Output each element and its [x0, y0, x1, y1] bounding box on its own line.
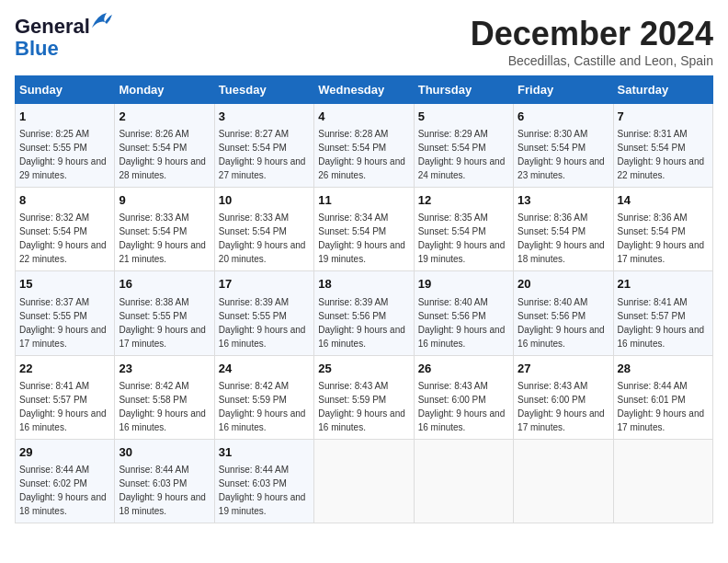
- day-number: 11: [318, 192, 409, 209]
- calendar-week-2: 8Sunrise: 8:32 AMSunset: 5:54 PMDaylight…: [16, 188, 713, 271]
- sunset-text: Sunset: 5:54 PM: [618, 143, 686, 153]
- daylight-text: Daylight: 9 hours and 24 minutes.: [418, 156, 506, 180]
- day-number: 8: [19, 192, 110, 209]
- day-number: 22: [19, 361, 110, 377]
- calendar-cell: [414, 439, 513, 523]
- day-number: 19: [418, 276, 509, 293]
- daylight-text: Daylight: 9 hours and 17 minutes.: [618, 408, 705, 432]
- day-number: 6: [518, 109, 609, 125]
- sunset-text: Sunset: 6:00 PM: [518, 395, 586, 405]
- daylight-text: Daylight: 9 hours and 16 minutes.: [318, 325, 405, 349]
- day-number: 24: [219, 361, 310, 377]
- daylight-text: Daylight: 9 hours and 16 minutes.: [119, 408, 206, 432]
- sunrise-text: Sunrise: 8:34 AM: [318, 213, 388, 223]
- daylight-text: Daylight: 9 hours and 22 minutes.: [19, 240, 107, 264]
- calendar-cell: 21Sunrise: 8:41 AMSunset: 5:57 PMDayligh…: [613, 271, 712, 355]
- calendar-cell: 15Sunrise: 8:37 AMSunset: 5:55 PMDayligh…: [16, 271, 115, 355]
- daylight-text: Daylight: 9 hours and 17 minutes.: [119, 325, 206, 349]
- daylight-text: Daylight: 9 hours and 19 minutes.: [418, 240, 506, 264]
- sunrise-text: Sunrise: 8:43 AM: [518, 381, 587, 391]
- day-number: 15: [19, 276, 110, 293]
- daylight-text: Daylight: 9 hours and 20 minutes.: [219, 240, 306, 264]
- sunrise-text: Sunrise: 8:39 AM: [318, 297, 388, 307]
- logo-bird-icon: [88, 11, 114, 31]
- sunrise-text: Sunrise: 8:38 AM: [119, 297, 188, 307]
- calendar-week-1: 1Sunrise: 8:25 AMSunset: 5:55 PMDaylight…: [16, 104, 713, 188]
- calendar-cell: 11Sunrise: 8:34 AMSunset: 5:54 PMDayligh…: [314, 188, 414, 271]
- calendar-cell: 3Sunrise: 8:27 AMSunset: 5:54 PMDaylight…: [214, 104, 313, 188]
- daylight-text: Daylight: 9 hours and 18 minutes.: [518, 240, 605, 264]
- sunset-text: Sunset: 5:54 PM: [518, 226, 586, 236]
- calendar-cell: 12Sunrise: 8:35 AMSunset: 5:54 PMDayligh…: [414, 188, 513, 271]
- sunset-text: Sunset: 5:54 PM: [418, 143, 486, 153]
- daylight-text: Daylight: 9 hours and 18 minutes.: [19, 492, 107, 516]
- day-number: 9: [119, 192, 210, 209]
- calendar-week-3: 15Sunrise: 8:37 AMSunset: 5:55 PMDayligh…: [16, 271, 713, 355]
- sunset-text: Sunset: 6:02 PM: [19, 478, 87, 488]
- day-number: 13: [518, 192, 609, 209]
- daylight-text: Daylight: 9 hours and 17 minutes.: [618, 240, 705, 264]
- calendar-cell: 23Sunrise: 8:42 AMSunset: 5:58 PMDayligh…: [115, 355, 214, 439]
- calendar-cell: 4Sunrise: 8:28 AMSunset: 5:54 PMDaylight…: [314, 104, 414, 188]
- title-block: December 2024 Becedillas, Castille and L…: [471, 15, 713, 68]
- daylight-text: Daylight: 9 hours and 17 minutes.: [518, 408, 605, 432]
- day-number: 30: [119, 444, 210, 461]
- daylight-text: Daylight: 9 hours and 19 minutes.: [219, 492, 306, 516]
- calendar-cell: 29Sunrise: 8:44 AMSunset: 6:02 PMDayligh…: [16, 439, 115, 523]
- sunrise-text: Sunrise: 8:32 AM: [19, 213, 89, 223]
- sunset-text: Sunset: 5:55 PM: [219, 311, 287, 321]
- day-number: 10: [219, 192, 310, 209]
- daylight-text: Daylight: 9 hours and 16 minutes.: [219, 325, 306, 349]
- sunset-text: Sunset: 5:56 PM: [518, 311, 586, 321]
- sunset-text: Sunset: 5:55 PM: [119, 311, 187, 321]
- daylight-text: Daylight: 9 hours and 21 minutes.: [119, 240, 206, 264]
- sunset-text: Sunset: 5:57 PM: [19, 395, 87, 405]
- sunrise-text: Sunrise: 8:37 AM: [19, 297, 89, 307]
- calendar-cell: 18Sunrise: 8:39 AMSunset: 5:56 PMDayligh…: [314, 271, 414, 355]
- sunrise-text: Sunrise: 8:36 AM: [618, 213, 688, 223]
- daylight-text: Daylight: 9 hours and 23 minutes.: [518, 156, 605, 180]
- daylight-text: Daylight: 9 hours and 28 minutes.: [119, 156, 206, 180]
- calendar-cell: 28Sunrise: 8:44 AMSunset: 6:01 PMDayligh…: [613, 355, 712, 439]
- sunset-text: Sunset: 5:54 PM: [318, 226, 386, 236]
- day-number: 21: [618, 276, 709, 293]
- sunrise-text: Sunrise: 8:26 AM: [119, 129, 188, 139]
- daylight-text: Daylight: 9 hours and 16 minutes.: [219, 408, 306, 432]
- sunrise-text: Sunrise: 8:41 AM: [19, 381, 89, 391]
- sunrise-text: Sunrise: 8:42 AM: [219, 381, 289, 391]
- sunset-text: Sunset: 5:54 PM: [318, 143, 386, 153]
- sunrise-text: Sunrise: 8:40 AM: [418, 297, 488, 307]
- sunset-text: Sunset: 6:03 PM: [219, 478, 287, 488]
- sunrise-text: Sunrise: 8:44 AM: [119, 465, 188, 475]
- calendar-cell: 31Sunrise: 8:44 AMSunset: 6:03 PMDayligh…: [214, 439, 313, 523]
- sunrise-text: Sunrise: 8:30 AM: [518, 129, 587, 139]
- calendar-cell: 20Sunrise: 8:40 AMSunset: 5:56 PMDayligh…: [514, 271, 613, 355]
- header-saturday: Saturday: [613, 76, 712, 104]
- day-number: 1: [19, 109, 110, 125]
- month-title: December 2024: [471, 15, 713, 53]
- daylight-text: Daylight: 9 hours and 16 minutes.: [418, 408, 506, 432]
- sunset-text: Sunset: 5:54 PM: [518, 143, 586, 153]
- calendar-cell: 30Sunrise: 8:44 AMSunset: 6:03 PMDayligh…: [115, 439, 214, 523]
- daylight-text: Daylight: 9 hours and 16 minutes.: [618, 325, 705, 349]
- sunset-text: Sunset: 5:54 PM: [219, 143, 287, 153]
- day-number: 3: [219, 109, 310, 125]
- day-number: 25: [318, 361, 409, 377]
- sunset-text: Sunset: 6:03 PM: [119, 478, 187, 488]
- day-number: 27: [518, 361, 609, 377]
- sunset-text: Sunset: 5:54 PM: [19, 226, 87, 236]
- sunrise-text: Sunrise: 8:44 AM: [219, 465, 289, 475]
- calendar-cell: 25Sunrise: 8:43 AMSunset: 5:59 PMDayligh…: [314, 355, 414, 439]
- sunset-text: Sunset: 5:54 PM: [119, 226, 187, 236]
- calendar-cell: 16Sunrise: 8:38 AMSunset: 5:55 PMDayligh…: [115, 271, 214, 355]
- daylight-text: Daylight: 9 hours and 16 minutes.: [518, 325, 605, 349]
- sunset-text: Sunset: 5:59 PM: [318, 395, 386, 405]
- sunrise-text: Sunrise: 8:43 AM: [318, 381, 388, 391]
- calendar-cell: [514, 439, 613, 523]
- header-tuesday: Tuesday: [214, 76, 313, 104]
- sunset-text: Sunset: 5:59 PM: [219, 395, 287, 405]
- sunrise-text: Sunrise: 8:42 AM: [119, 381, 188, 391]
- calendar-cell: 26Sunrise: 8:43 AMSunset: 6:00 PMDayligh…: [414, 355, 513, 439]
- sunrise-text: Sunrise: 8:33 AM: [119, 213, 188, 223]
- calendar-cell: [613, 439, 712, 523]
